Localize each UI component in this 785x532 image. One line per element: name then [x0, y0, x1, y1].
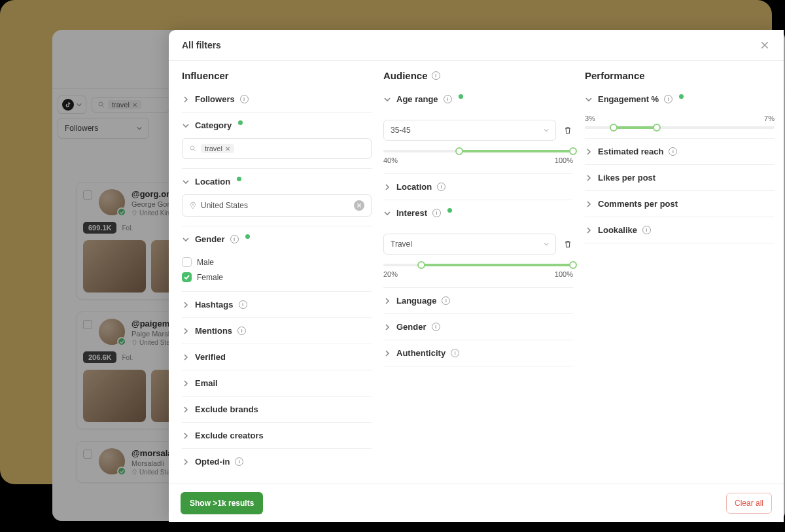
show-results-button[interactable]: Show >1k results: [181, 492, 263, 514]
info-icon[interactable]: i: [432, 209, 441, 217]
range-low: 20%: [383, 270, 398, 278]
filter-mentions[interactable]: Mentions i: [182, 318, 372, 344]
filter-comments[interactable]: Comments per post: [585, 191, 775, 217]
filter-label: Gender: [195, 234, 225, 244]
age-range-slider[interactable]: 40% 100%: [383, 150, 573, 164]
info-icon[interactable]: i: [669, 147, 677, 156]
filter-estimated-reach[interactable]: Estimated reach i: [585, 139, 775, 165]
select-value: Travel: [391, 239, 412, 249]
filter-engagement-header[interactable]: Engagement % i: [585, 86, 775, 112]
engagement-range-slider[interactable]: [585, 126, 775, 129]
close-icon: [357, 203, 362, 208]
info-icon[interactable]: i: [432, 71, 440, 80]
chevron-down-icon: [182, 236, 190, 243]
location-input[interactable]: United States: [182, 194, 372, 217]
column-title-label: Audience: [383, 70, 428, 81]
filter-label: Interest: [396, 208, 427, 218]
chevron-right-icon: [585, 148, 593, 156]
info-icon[interactable]: i: [442, 296, 450, 305]
filter-followers[interactable]: Followers i: [182, 86, 372, 113]
close-icon: [761, 41, 769, 49]
chevron-right-icon: [585, 200, 593, 208]
info-icon[interactable]: i: [437, 183, 445, 191]
chevron-right-icon: [182, 458, 190, 466]
filter-age-range-header[interactable]: Age range i: [383, 86, 573, 112]
gender-male-option[interactable]: Male: [182, 257, 372, 267]
chevron-down-icon: [182, 178, 190, 186]
info-icon[interactable]: i: [451, 349, 459, 357]
filter-gender-body: Male Female: [182, 252, 372, 292]
chevron-right-icon: [182, 406, 190, 414]
checkbox[interactable]: [182, 257, 192, 267]
delete-age-button[interactable]: [563, 125, 573, 135]
chevron-down-icon: [182, 122, 190, 130]
filter-label: Hashtags: [195, 300, 234, 310]
column-title-label: Influencer: [182, 70, 229, 81]
filter-label: Gender: [396, 322, 427, 332]
filter-gender-header[interactable]: Gender i: [182, 226, 372, 252]
info-icon[interactable]: i: [239, 300, 247, 309]
chevron-right-icon: [383, 297, 391, 305]
category-tag-chip[interactable]: travel ✕: [201, 144, 234, 153]
category-input[interactable]: travel ✕: [182, 138, 372, 159]
filter-audience-location[interactable]: Location i: [383, 174, 573, 200]
column-audience: Audience i Age range i 35-45: [383, 70, 573, 474]
info-icon[interactable]: i: [664, 95, 672, 103]
chevron-right-icon: [182, 327, 190, 335]
checkbox[interactable]: [182, 272, 192, 282]
filter-label: Age range: [396, 94, 438, 104]
filter-label: Exclude brands: [195, 404, 258, 414]
filter-verified[interactable]: Verified: [182, 344, 372, 370]
active-indicator: [245, 234, 250, 239]
info-icon[interactable]: i: [642, 226, 651, 234]
close-modal-button[interactable]: [759, 39, 771, 51]
filter-lookalike[interactable]: Lookalike i: [585, 217, 775, 243]
clear-all-button[interactable]: Clear all: [726, 493, 772, 514]
active-indicator: [447, 208, 452, 213]
info-icon[interactable]: i: [240, 95, 249, 103]
filter-audience-gender[interactable]: Gender i: [383, 314, 573, 340]
info-icon[interactable]: i: [235, 457, 243, 466]
filter-authenticity[interactable]: Authenticity i: [383, 340, 573, 366]
all-filters-modal: All filters Influencer Followers i Categ…: [169, 30, 784, 522]
trash-icon: [563, 239, 572, 249]
modal-title: All filters: [182, 40, 221, 50]
filter-label: Location: [396, 182, 432, 192]
filter-exclude-creators[interactable]: Exclude creators: [182, 423, 372, 449]
info-icon[interactable]: i: [230, 235, 239, 243]
delete-interest-button[interactable]: [563, 239, 573, 249]
filter-label: Location: [195, 177, 230, 186]
chevron-right-icon: [383, 323, 391, 331]
age-range-select[interactable]: 35-45: [383, 120, 556, 141]
interest-range-slider[interactable]: 20% 100%: [383, 264, 573, 278]
column-title-performance: Performance: [585, 70, 775, 81]
filter-exclude-brands[interactable]: Exclude brands: [182, 397, 372, 423]
modal-header: All filters: [169, 30, 784, 61]
filter-language[interactable]: Language i: [383, 288, 573, 314]
filter-likes[interactable]: Likes per post: [585, 165, 775, 191]
pin-icon: [189, 202, 197, 209]
filter-location-header[interactable]: Location: [182, 169, 372, 194]
filter-email[interactable]: Email: [182, 370, 372, 397]
active-indicator: [237, 177, 241, 181]
filter-category-header[interactable]: Category: [182, 113, 372, 138]
interest-select[interactable]: Travel: [383, 234, 556, 255]
gender-female-option[interactable]: Female: [182, 272, 372, 282]
filter-interest-header[interactable]: Interest i: [383, 200, 573, 226]
info-icon[interactable]: i: [237, 327, 246, 335]
svg-point-2: [192, 204, 194, 205]
chevron-down-icon: [585, 96, 593, 103]
info-icon[interactable]: i: [444, 95, 452, 103]
info-icon[interactable]: i: [432, 323, 440, 331]
modal-footer: Show >1k results Clear all: [169, 484, 784, 522]
chevron-right-icon: [182, 380, 190, 387]
filter-hashtags[interactable]: Hashtags i: [182, 292, 372, 318]
close-icon[interactable]: ✕: [225, 145, 230, 152]
clear-location-button[interactable]: [354, 200, 364, 211]
active-indicator: [679, 94, 684, 99]
modal-body: Influencer Followers i Category travel ✕: [169, 61, 784, 484]
column-influencer: Influencer Followers i Category travel ✕: [182, 70, 372, 474]
filter-opted-in[interactable]: Opted-in i: [182, 449, 372, 474]
filter-category-body: travel ✕: [182, 138, 372, 169]
filter-label: Opted-in: [195, 457, 230, 467]
